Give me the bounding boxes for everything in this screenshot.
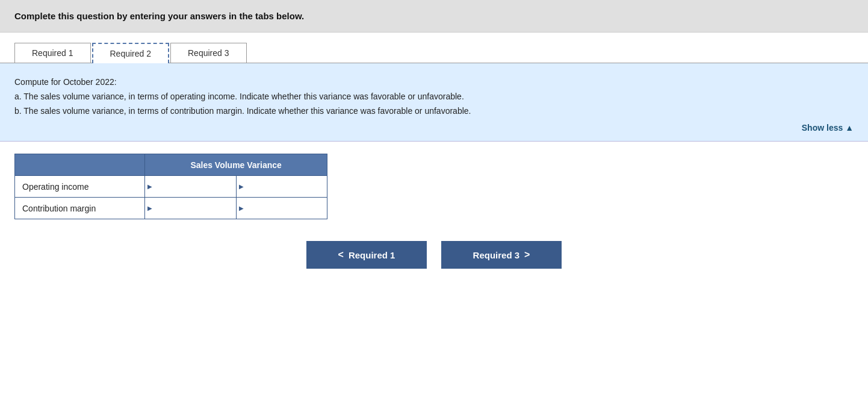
next-button[interactable]: Required 3 > (441, 241, 562, 269)
tab-required-3[interactable]: Required 3 (170, 43, 247, 63)
next-button-label: Required 3 (473, 250, 520, 260)
show-less-button[interactable]: Show less ▲ (802, 123, 854, 133)
description-text: Compute for October 2022: a. The sales v… (14, 75, 854, 118)
page-wrapper: Complete this question by entering your … (0, 0, 868, 394)
header-banner: Complete this question by entering your … (0, 0, 868, 33)
prev-button[interactable]: < Required 1 (306, 241, 427, 269)
contribution-margin-variance-cell[interactable]: ▶ (236, 198, 327, 219)
tab-required-2[interactable]: Required 2 (92, 43, 170, 63)
variance-table: Sales Volume Variance Operating income ▶… (14, 154, 327, 219)
arrow-icon-3: ▶ (145, 205, 155, 211)
row-label-contribution-margin: Contribution margin (15, 198, 145, 219)
contribution-margin-variance-input[interactable] (246, 198, 327, 219)
table-row: Contribution margin ▶ ▶ (15, 198, 327, 219)
row-label-operating-income: Operating income (15, 176, 145, 198)
arrow-icon-2: ▶ (237, 183, 246, 190)
description-area: Compute for October 2022: a. The sales v… (0, 63, 868, 142)
tab-required-1[interactable]: Required 1 (14, 43, 91, 63)
show-less-link[interactable]: Show less ▲ (14, 123, 854, 133)
buttons-area: < Required 1 Required 3 > (0, 231, 868, 278)
operating-income-variance-input[interactable] (246, 176, 327, 197)
operating-income-value-cell[interactable]: ▶ (145, 176, 236, 198)
contribution-margin-value-input[interactable] (155, 198, 235, 219)
contribution-margin-value-cell[interactable]: ▶ (145, 198, 236, 219)
header-instruction: Complete this question by entering your … (14, 11, 304, 21)
tabs-area: Required 1 Required 2 Required 3 (0, 33, 868, 63)
prev-arrow-icon: < (338, 249, 344, 260)
table-header-sales-volume-variance: Sales Volume Variance (145, 154, 327, 176)
arrow-icon-4: ▶ (237, 205, 246, 211)
operating-income-value-input[interactable] (155, 176, 235, 197)
table-area: Sales Volume Variance Operating income ▶… (0, 142, 868, 231)
prev-button-label: Required 1 (349, 250, 395, 260)
table-row: Operating income ▶ ▶ (15, 176, 327, 198)
arrow-icon-1: ▶ (145, 183, 155, 190)
operating-income-variance-cell[interactable]: ▶ (236, 176, 327, 198)
table-header-empty (15, 154, 145, 176)
next-arrow-icon: > (524, 249, 530, 260)
